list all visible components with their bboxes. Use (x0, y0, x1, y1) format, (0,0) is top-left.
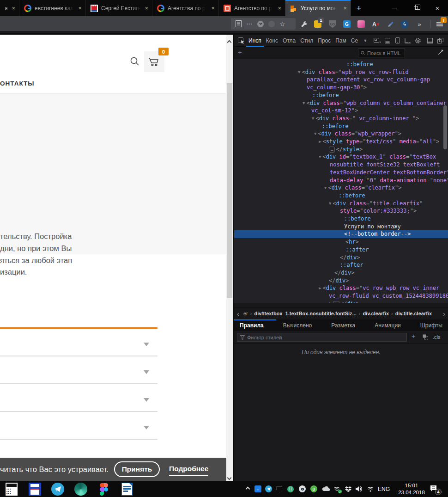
sidebar-tab-вычислено[interactable]: Вычислено (283, 322, 312, 329)
devtools-tab-прос[interactable]: Прос (315, 35, 333, 47)
pen-extension-icon[interactable] (386, 19, 395, 29)
responsive-mode-icon[interactable] (393, 35, 403, 46)
tab-close-icon[interactable]: × (211, 5, 215, 11)
tray-dropbox-icon[interactable] (344, 485, 352, 493)
browser-tab[interactable]: Агентство по р× (219, 0, 285, 16)
markup-line[interactable]: ▼<div class="clearfix"> (324, 184, 401, 192)
element-picker-icon[interactable] (236, 35, 246, 46)
scroll-up-arrow[interactable] (228, 37, 231, 46)
translate-extension-icon[interactable]: Aя (371, 19, 380, 29)
new-tab-button[interactable]: + (351, 0, 367, 16)
markup-vertical-scrollbar[interactable] (443, 105, 447, 149)
site-info-icon[interactable] (268, 21, 275, 27)
page-actions-icon[interactable]: ⋯ (246, 20, 253, 27)
tray-utorrent-icon[interactable]: µ (310, 485, 318, 493)
breadcrumb-item[interactable]: div.title.clearfix (394, 311, 433, 316)
hamburger-menu-icon[interactable]: ! (435, 19, 444, 29)
separate-window-icon[interactable] (435, 35, 445, 46)
browser-tab[interactable]: я -× (0, 0, 19, 16)
taskbar-clock[interactable]: 15:01 23.04.2018 (395, 482, 428, 496)
markup-line[interactable]: data-delay="0" data-animation="none"> (330, 177, 448, 184)
markup-line[interactable]: <hr> (345, 238, 359, 246)
devtools-tab-инсп[interactable]: Инсп (246, 35, 264, 47)
taskbar-writer-icon[interactable] (120, 482, 134, 496)
markup-line[interactable]: ▼<div class="wpb_wrapper"> (314, 130, 401, 138)
dropdown-field[interactable] (0, 356, 157, 384)
add-rule-icon[interactable]: + (412, 332, 415, 340)
nav-item-contacts[interactable]: ОНТАКТЫ (0, 80, 34, 87)
markup-line[interactable]: ::before (312, 92, 339, 99)
tab-close-icon[interactable]: × (145, 5, 148, 11)
markup-line[interactable]: </div> (334, 269, 354, 277)
breadcrumb-item[interactable]: er (242, 311, 249, 316)
markup-line[interactable]: …</style> (328, 146, 363, 153)
markup-line[interactable]: ▶<style type="text/css" media="all"> (319, 138, 439, 146)
taskbar-calculator-icon[interactable]: ▪▪▪▪▪▪▪▪▪ (5, 482, 18, 496)
markup-line[interactable]: parallax_content vc_row vc_column-gap (307, 76, 430, 84)
markup-line[interactable]: ▼<div class="wpb_row vc_row-fluid (298, 68, 409, 76)
markup-line[interactable]: ::before (344, 215, 371, 223)
tab-overflow-icon[interactable]: ▼ (360, 35, 370, 46)
page-scrollbar-thumb[interactable] (227, 83, 232, 298)
urlbar-end[interactable]: ⋯ ☆ (231, 18, 296, 30)
dropdown-field[interactable] (0, 384, 157, 412)
markup-line[interactable]: ▶<div class="vc_row wpb_row vc_inner (319, 284, 439, 292)
overflow-chevrons-icon[interactable]: » (415, 19, 424, 29)
browser-tab[interactable]: Агентства по р× (152, 0, 219, 16)
minimize-button[interactable] (383, 0, 405, 16)
eyedropper-icon[interactable] (437, 49, 444, 55)
breadcrumb-item[interactable]: div#textbox_1.textBox.nosubtitle.fontSiz… (253, 311, 357, 316)
html-markup-view[interactable]: ::before▼<div class="wpb_row vc_row-flui… (234, 59, 448, 303)
devtools-tab-пам[interactable]: Пам (333, 35, 349, 47)
dropdown-field[interactable] (0, 329, 157, 356)
sidebar-tab-шрифты[interactable]: Шрифты (420, 322, 442, 329)
cookie-accept-button[interactable]: Принять (114, 461, 160, 477)
dock-side-icon[interactable] (425, 35, 435, 46)
markup-line[interactable]: ::before (322, 123, 349, 130)
markup-line[interactable]: ▼<div id="textbox_1" class="textBox (319, 153, 436, 161)
close-window-button[interactable]: × (427, 0, 448, 16)
tray-shield-icon[interactable] (275, 485, 283, 493)
tray-network-icon[interactable] (367, 485, 375, 493)
markup-line[interactable]: ▼<div class="title clearfix" (329, 200, 423, 208)
tab-close-icon[interactable]: × (12, 5, 15, 11)
page-scrollbar[interactable] (226, 35, 233, 481)
tray-pocket-icon[interactable] (286, 485, 294, 493)
taskbar-telegram-icon[interactable] (51, 482, 65, 496)
tray-steam-icon[interactable] (298, 485, 306, 493)
breadcrumb-forward-icon[interactable]: › (440, 310, 448, 318)
markup-line[interactable]: ::before (346, 61, 373, 68)
settings-gear-icon[interactable] (413, 35, 423, 46)
taskbar-figma-icon[interactable] (97, 482, 111, 496)
markup-line[interactable]: >…</div> (329, 300, 360, 303)
markup-line[interactable]: </div> (329, 277, 349, 285)
sidebar-tab-правила[interactable]: Правила (240, 322, 264, 329)
breadcrumb-back-icon[interactable]: ‹ (234, 310, 242, 318)
pocket-icon[interactable] (257, 21, 264, 27)
dropdown-field[interactable] (0, 412, 157, 440)
cart-button[interactable]: 0 (144, 51, 164, 72)
yellow-extension-icon[interactable]: 1 (313, 19, 322, 29)
tray-wifi-check-icon[interactable]: ✓ (333, 485, 341, 493)
html-search-input[interactable]: Поиск в HTML (358, 49, 405, 57)
expand-all-icon[interactable]: + (238, 48, 242, 56)
devtools-tab-стил[interactable]: Стил (298, 35, 315, 47)
markup-line[interactable]: </div> (340, 254, 360, 262)
close-devtools-icon[interactable]: × (445, 35, 448, 46)
taskbar-save-icon[interactable] (28, 482, 42, 496)
devtools-tab-се[interactable]: Се (349, 35, 360, 47)
tab-close-icon[interactable]: × (343, 5, 347, 11)
markup-line[interactable]: ▼<div class=" vc_column-inner "> (312, 115, 419, 123)
pink-extension-icon[interactable] (357, 19, 366, 29)
cookie-more-link[interactable]: Подробнее (169, 465, 208, 476)
search-icon[interactable] (130, 56, 140, 67)
tray-volume-icon[interactable] (355, 485, 363, 493)
devtools-tab-конс[interactable]: Конс (264, 35, 280, 47)
reader-mode-icon[interactable] (236, 20, 242, 27)
bookmark-star-icon[interactable]: ☆ (279, 20, 285, 28)
selected-markup-line[interactable]: <!--bottom border--> (234, 230, 448, 238)
browser-tab[interactable]: Сергей Евстигн× (86, 0, 152, 16)
browser-tab[interactable]: Услуги по мон× (285, 0, 351, 16)
markup-line[interactable]: vc_col-sm-12"> (311, 107, 358, 115)
markup-line[interactable]: style="color:#333333;"> (340, 207, 417, 215)
